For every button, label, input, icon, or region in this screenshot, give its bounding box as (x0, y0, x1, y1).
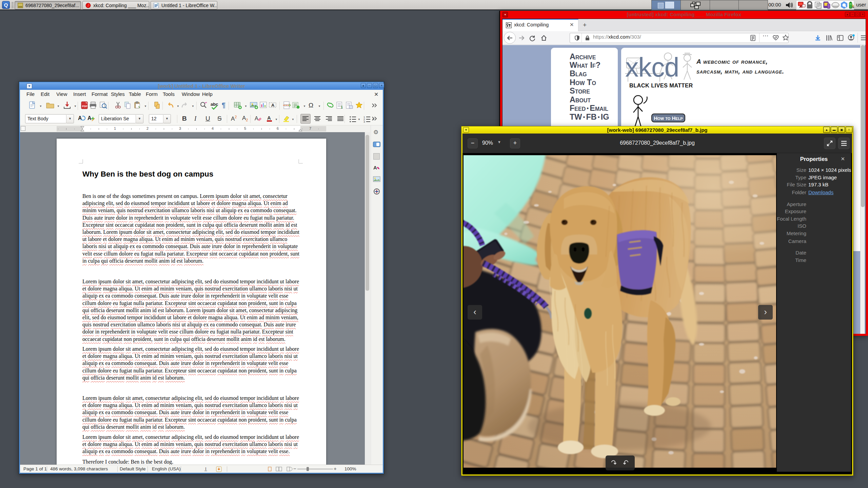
svg-text:Ω: Ω (309, 102, 313, 109)
svg-text:3: 3 (363, 120, 365, 123)
svg-text:A: A (255, 116, 258, 121)
svg-text:A: A (78, 115, 82, 121)
svg-text:PDF: PDF (82, 105, 87, 108)
svg-text:A: A (271, 103, 275, 108)
svg-text:A: A (267, 115, 271, 121)
svg-text:1: 1 (341, 105, 343, 109)
svg-text:¶: ¶ (222, 101, 225, 109)
svg-text:A: A (87, 115, 92, 121)
